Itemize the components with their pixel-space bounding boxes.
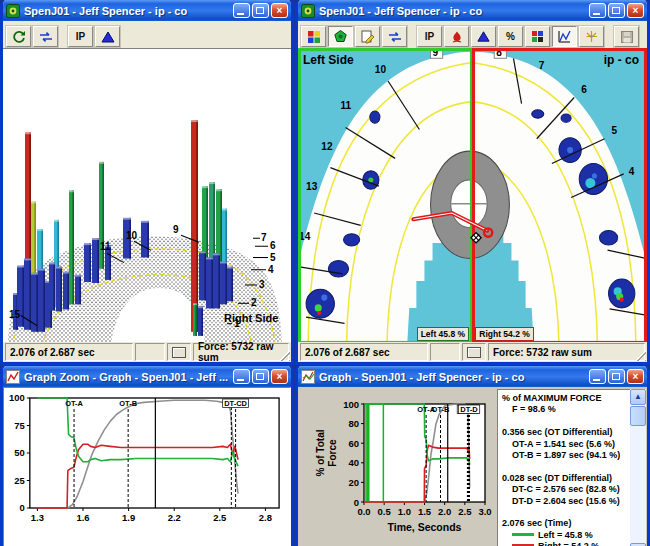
save-floppy-icon <box>620 30 634 44</box>
analysis-line: 0.356 sec (OT Differential) <box>502 427 628 438</box>
x-tick-label: 2.5 <box>213 512 226 523</box>
graph-zoom-chart[interactable]: 02550751001.31.61.92.22.52.8OT-AOT-BDT-C… <box>4 388 290 544</box>
status-spacer <box>135 343 165 361</box>
force-status: Force: 5732 raw sum <box>193 343 289 361</box>
force-bar-cap <box>193 303 197 305</box>
analysis-line <box>502 416 628 427</box>
y-axis-title-line2: Force <box>327 439 338 467</box>
2d-view-button[interactable] <box>301 26 326 47</box>
percent-view-button[interactable]: % <box>498 26 523 47</box>
force-bar-shade <box>72 190 74 304</box>
ip-button[interactable]: IP <box>68 26 93 47</box>
analysis-line: OT-B = 1.897 sec (94.1 %) <box>502 450 628 461</box>
y-tick-label: 100 <box>9 392 25 403</box>
graph-chart[interactable]: 0204060801000.00.51.01.52.02.53.0OT-AOT-… <box>298 389 494 545</box>
maximize-button[interactable] <box>608 369 625 384</box>
contour-view-button[interactable] <box>328 26 353 47</box>
analysis-line: Left = 45.8 % <box>502 530 628 541</box>
close-button[interactable]: × <box>271 369 288 384</box>
save-button[interactable] <box>614 26 639 47</box>
minimize-icon <box>237 379 244 381</box>
x-tick-label: 1.0 <box>398 506 411 517</box>
new-recording-button[interactable] <box>579 26 604 47</box>
rotate-icon <box>11 29 27 45</box>
force-bar-shade <box>195 303 197 336</box>
maximize-button[interactable] <box>252 369 269 384</box>
minimize-button[interactable] <box>589 3 606 18</box>
arch-view-client[interactable]: 1011121314765498 Left Side ip - co Left … <box>298 48 647 344</box>
minimize-button[interactable] <box>233 369 250 384</box>
minimize-button[interactable] <box>233 3 250 18</box>
tooth-number-label: 6 <box>270 240 276 251</box>
x-tick-label: 1.9 <box>122 512 135 523</box>
titlebar-graph-zoom[interactable]: Graph Zoom - Graph - SpenJ01 - Jeff ... … <box>3 366 291 387</box>
scroll-thumb[interactable] <box>630 406 646 426</box>
graph-client: 0204060801000.00.51.01.52.02.53.0OT-AOT-… <box>298 387 647 546</box>
maximize-button[interactable] <box>608 3 625 18</box>
maximize-button[interactable] <box>252 3 269 18</box>
window-title: Graph Zoom - Graph - SpenJ01 - Jeff ... <box>24 371 233 383</box>
force-bar-cap <box>227 267 233 269</box>
contact-hotspot <box>321 294 327 300</box>
frame-box-icon <box>172 347 186 358</box>
grid-view-button[interactable] <box>525 26 550 47</box>
close-icon: × <box>277 371 283 382</box>
swap-arch-button[interactable] <box>382 26 407 47</box>
tooth-number-label: 7 <box>261 232 267 243</box>
contact-hotspot <box>315 304 322 311</box>
scroll-up-button[interactable]: ▲ <box>630 389 646 405</box>
3d-force-plot[interactable]: 15111097654321Right Side <box>3 49 291 344</box>
x-tick-label: 1.3 <box>31 512 44 523</box>
force-bar-cap <box>84 243 91 245</box>
x-tick-label: 0.0 <box>357 506 370 517</box>
frame-box-icon <box>467 347 481 358</box>
analysis-line: F = 98.6 % <box>502 404 628 415</box>
contact-hotspot <box>592 173 597 178</box>
close-button[interactable]: × <box>627 369 644 384</box>
desktop: SpenJ01 - Jeff Spencer - ip - co × IP <box>0 0 650 546</box>
close-button[interactable]: × <box>627 3 644 18</box>
scrollbar[interactable]: ▲ ▼ <box>630 389 646 546</box>
right-force-badge: Right 54.2 % <box>475 327 534 341</box>
force-bar-cap <box>31 273 38 275</box>
force-bar-cap <box>199 251 206 253</box>
left-side-label: Left Side <box>303 53 354 67</box>
graph-view-button[interactable] <box>552 26 577 47</box>
marker-label: OT-A <box>65 399 83 408</box>
3d-view-client[interactable]: 15111097654321Right Side <box>3 48 291 344</box>
triangle-marker-button[interactable] <box>471 26 496 47</box>
swap-arch-button[interactable] <box>33 26 58 47</box>
minimize-button[interactable] <box>589 369 606 384</box>
left-force-badge: Left 45.8 % <box>417 327 469 341</box>
titlebar-graph[interactable]: Graph - SpenJ01 - Jeff Spencer - ip - co… <box>298 366 647 387</box>
ip-button[interactable]: IP <box>417 26 442 47</box>
force-bar-cap <box>92 238 99 240</box>
triangle-marker-button[interactable] <box>95 26 120 47</box>
edit-notes-button[interactable] <box>355 26 380 47</box>
titlebar-arch-view[interactable]: SpenJ01 - Jeff Spencer - ip - co × <box>298 0 647 21</box>
ip-label: IP <box>76 31 85 42</box>
sparkle-icon <box>584 29 599 44</box>
close-button[interactable]: × <box>271 3 288 18</box>
force-bar-cap <box>75 275 81 277</box>
y-tick-label: 40 <box>348 457 359 468</box>
force-bar-cap <box>63 272 69 274</box>
tooth-number-label: 4 <box>268 264 274 275</box>
rotate-view-button[interactable] <box>6 26 31 47</box>
ip-label: IP <box>425 31 434 42</box>
y-tick-label: 0 <box>20 502 25 513</box>
titlebar-3d-view[interactable]: SpenJ01 - Jeff Spencer - ip - co × <box>3 0 291 21</box>
frame-indicator[interactable] <box>462 343 486 361</box>
ink-button[interactable] <box>444 26 469 47</box>
force-bar-cap <box>123 218 131 220</box>
y-tick-label: 60 <box>348 438 359 449</box>
analysis-line <box>502 507 628 518</box>
minimize-icon <box>593 379 600 381</box>
graph-zoom-client[interactable]: 02550751001.31.61.92.22.52.8OT-AOT-BDT-C… <box>3 387 291 546</box>
frame-indicator[interactable] <box>167 343 191 361</box>
x-tick-label: 1.5 <box>418 506 432 517</box>
contact-blob <box>599 231 617 245</box>
maximize-icon <box>612 373 620 380</box>
arch-contact-plot[interactable]: 1011121314765498 <box>298 48 647 344</box>
maximize-icon <box>612 7 620 14</box>
